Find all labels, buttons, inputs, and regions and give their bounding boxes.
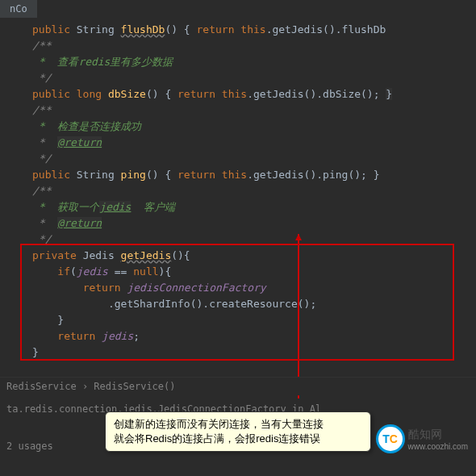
code-line: return jedis;: [0, 328, 476, 344]
code-line: * 查看redis里有多少数据: [0, 54, 476, 70]
breadcrumb[interactable]: RedisService › RedisService(): [0, 377, 476, 395]
code-line: */: [0, 70, 476, 86]
code-line: */: [0, 232, 476, 248]
code-line: public long dbSize() { return this.getJe…: [0, 86, 476, 102]
code-line: /**: [0, 102, 476, 119]
code-line: * 检查是否连接成功: [0, 119, 476, 135]
code-line: /**: [0, 38, 476, 54]
logo-icon: TC: [376, 424, 405, 453]
code-line: }: [0, 344, 476, 361]
annotation-tooltip: 创建新的连接而没有关闭连接，当有大量连接 就会将Redis的连接占满，会报red…: [105, 411, 371, 452]
code-line: * 获取一个jedis 客户端: [0, 199, 476, 215]
code-line: if(jedis == null){: [0, 264, 476, 280]
code-line: .getShardInfo().createResource();: [0, 296, 476, 312]
code-line: /**: [0, 183, 476, 199]
tooltip-line: 创建新的连接而没有关闭连接，当有大量连接: [114, 417, 362, 432]
code-line: private Jedis getJedis(){: [0, 248, 476, 264]
code-line: public String flushDb() { return this.ge…: [0, 22, 476, 38]
code-line: * @return: [0, 215, 476, 232]
logo-text: 酷知网: [408, 428, 468, 442]
code-line: */: [0, 151, 476, 167]
file-tab[interactable]: nCo: [0, 0, 37, 18]
tooltip-line: 就会将Redis的连接占满，会报redis连接错误: [114, 432, 362, 446]
usages-count[interactable]: 2 usages: [6, 441, 53, 452]
code-line: * @return: [0, 135, 476, 151]
code-line: }: [0, 312, 476, 328]
logo-url: www.coozhi.com: [408, 442, 468, 451]
code-line: return jedisConnectionFactory: [0, 280, 476, 296]
code-editor[interactable]: public String flushDb() { return this.ge…: [0, 18, 476, 365]
code-line: public String ping() { return this.getJe…: [0, 167, 476, 183]
watermark-logo: TC 酷知网 www.coozhi.com: [376, 424, 468, 453]
